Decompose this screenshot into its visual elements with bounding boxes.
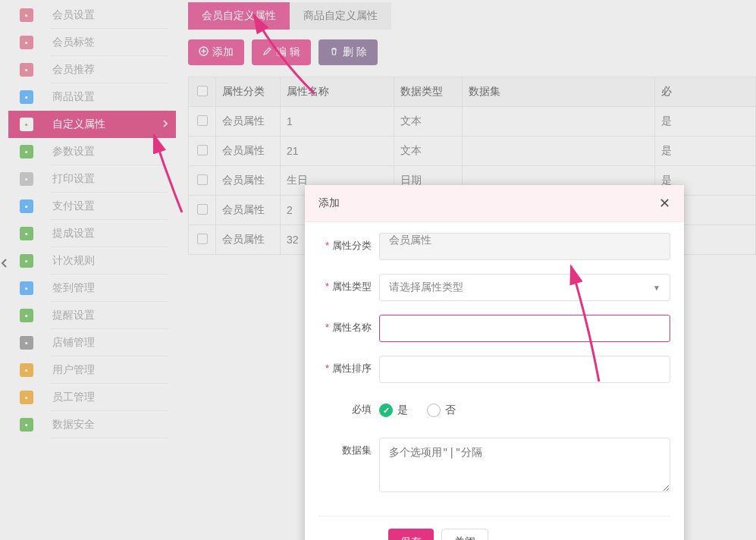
add-modal: 添加 ✕ *属性分类 会员属性 *属性类型 请选择属性类型 ▼ *属性名称 *属… <box>305 185 684 540</box>
form-row-order: *属性排序 <box>318 356 670 383</box>
type-select-placeholder: 请选择属性类型 <box>389 281 463 294</box>
form-row-dataset: 数据集 <box>318 438 670 494</box>
form-row-type: *属性类型 请选择属性类型 ▼ <box>318 274 670 301</box>
name-label: *属性名称 <box>318 315 379 334</box>
close-icon[interactable]: ✕ <box>659 195 670 212</box>
required-no-radio[interactable]: 否 <box>427 403 456 417</box>
modal-body: *属性分类 会员属性 *属性类型 请选择属性类型 ▼ *属性名称 *属性排序 必… <box>305 222 684 513</box>
cancel-button[interactable]: 关闭 <box>441 529 488 540</box>
type-label: *属性类型 <box>318 274 379 294</box>
category-label: *属性分类 <box>318 233 379 253</box>
type-select[interactable]: 请选择属性类型 ▼ <box>379 274 670 301</box>
dataset-label: 数据集 <box>318 438 379 457</box>
form-row-required: 必填 是 否 <box>318 397 670 424</box>
required-yes-radio[interactable]: 是 <box>379 403 408 417</box>
chevron-down-icon: ▼ <box>653 284 660 292</box>
required-label: 必填 <box>318 397 379 416</box>
order-label: *属性排序 <box>318 356 379 375</box>
radio-checked-icon <box>379 403 393 417</box>
category-display: 会员属性 <box>379 233 670 260</box>
form-row-category: *属性分类 会员属性 <box>318 233 670 260</box>
name-input[interactable] <box>379 315 670 342</box>
modal-footer: 保存 关闭 <box>305 529 684 540</box>
form-row-name: *属性名称 <box>318 315 670 342</box>
modal-header: 添加 ✕ <box>305 185 684 222</box>
save-button[interactable]: 保存 <box>388 529 434 540</box>
modal-title: 添加 <box>318 196 340 210</box>
order-input[interactable] <box>379 356 670 383</box>
modal-divider <box>318 516 670 516</box>
dataset-textarea[interactable] <box>379 438 670 492</box>
radio-unchecked-icon <box>427 403 441 417</box>
